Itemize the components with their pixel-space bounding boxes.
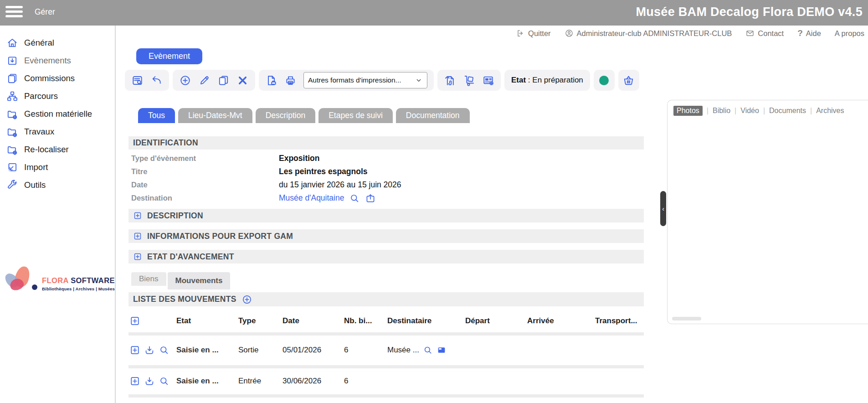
destinataire-search-button[interactable] (423, 345, 433, 355)
expand-plus-icon[interactable] (133, 211, 142, 220)
sidebar-item-label: Import (24, 162, 48, 172)
row-view-button[interactable] (159, 376, 169, 387)
duplicate-button[interactable] (217, 74, 230, 87)
subtab-mouvements[interactable]: Mouvements (168, 272, 231, 289)
sidebar-item-parcours[interactable]: Parcours (0, 87, 115, 105)
pencil-icon (198, 74, 211, 87)
movements-list-title: LISTE DES MOUVEMENTS (133, 294, 236, 304)
media-tab-video[interactable]: Vidéo (740, 107, 759, 115)
report-button[interactable] (482, 74, 494, 87)
basket-button[interactable] (622, 74, 635, 87)
column-header: Transport... (595, 316, 644, 326)
sidebar-item-outils[interactable]: Outils (0, 176, 115, 194)
sidebar-item-relocaliser[interactable]: Re-localiser (0, 140, 115, 158)
row-view-button[interactable] (159, 345, 169, 356)
cell-date: 05/01/2026 (282, 346, 344, 355)
undo-arrow-icon (150, 74, 163, 87)
destination-link[interactable]: Musée d'Aquitaine (279, 193, 344, 203)
menu-gerer[interactable]: Gérer (35, 7, 55, 17)
quit-link[interactable]: Quitter (516, 29, 551, 38)
row-expand-button[interactable] (129, 376, 140, 387)
tab-lieu-dates-mvt[interactable]: Lieu-Dates-Mvt (178, 108, 252, 123)
printer-button[interactable] (284, 74, 297, 87)
row-download-button[interactable] (144, 345, 155, 356)
media-tab-archives[interactable]: Archives (816, 107, 844, 115)
row-separator (128, 332, 644, 336)
expand-plus-icon[interactable] (133, 252, 142, 261)
folder-globe-icon (6, 126, 18, 138)
quit-label: Quitter (528, 29, 551, 38)
cell-etat: Saisie en ... (176, 346, 238, 355)
documents-icon (6, 72, 18, 84)
about-link[interactable]: A propos (835, 29, 864, 38)
expand-plus-icon[interactable] (133, 232, 142, 241)
basket-icon (622, 74, 635, 87)
panel-scrollbar-thumb[interactable] (672, 317, 701, 320)
column-header: Etat (176, 316, 238, 326)
field-value: du 15 janvier 2026 au 15 juin 2026 (279, 180, 401, 190)
description-section-header[interactable]: DESCRIPTION (128, 209, 644, 222)
export-document-button[interactable] (444, 74, 456, 87)
contact-link[interactable]: Contact (745, 29, 784, 38)
event-box-icon (6, 55, 18, 67)
tab-description[interactable]: Description (256, 108, 316, 123)
row-download-button[interactable] (144, 376, 155, 387)
destinataire-window-button[interactable] (437, 345, 447, 355)
panel-collapse-handle[interactable] (660, 191, 666, 226)
movement-button[interactable] (463, 74, 475, 87)
media-tab-biblio[interactable]: Biblio (713, 107, 730, 115)
plus-square-icon (129, 376, 140, 387)
user-account[interactable]: Administrateur-club ADMINISTRATEUR-CLUB (565, 29, 732, 38)
add-movement-button[interactable] (241, 294, 252, 305)
cell-nb-biens: 6 (344, 377, 387, 386)
sidebar: Général Evènements Commissions Parcours … (0, 26, 115, 403)
tab-etapes-de-suivi[interactable]: Etapes de suivi (318, 108, 393, 123)
edit-button[interactable] (198, 74, 211, 87)
sidebar-item-label: Parcours (24, 91, 58, 101)
tab-separator: | (707, 107, 709, 115)
section-title: ETAT D'AVANCEMENT (147, 252, 234, 262)
record-type-tab-evenement[interactable]: Evènement (136, 48, 202, 64)
delete-button[interactable] (236, 74, 249, 87)
download-tray-icon (144, 376, 155, 387)
movement-row: Saisie en ... Entrée 30/06/2026 6 (128, 368, 644, 394)
row-expand-button[interactable] (129, 345, 140, 356)
field-label: Destination (128, 194, 279, 202)
open-window-icon (365, 193, 376, 204)
sidebar-item-label: Evènements (24, 56, 71, 66)
sidebar-item-travaux[interactable]: Travaux (0, 123, 115, 140)
media-tab-documents[interactable]: Documents (769, 107, 806, 115)
print-document-button[interactable] (265, 74, 277, 87)
sidebar-item-general[interactable]: Général (0, 34, 115, 52)
media-tab-photos[interactable]: Photos (673, 106, 703, 116)
hamburger-menu-icon[interactable] (5, 6, 23, 19)
sidebar-item-gestion-materielle[interactable]: Gestion matérielle (0, 105, 115, 123)
sidebar-item-evenements[interactable]: Evènements (0, 52, 115, 69)
import-icon (6, 161, 18, 173)
sidebar-item-commissions[interactable]: Commissions (0, 69, 115, 87)
destination-open-button[interactable] (365, 193, 376, 204)
app-title: Musée BAM Decalog Flora DEMO v4.5 (636, 5, 863, 19)
status-value: : En préparation (526, 76, 583, 84)
export-gam-section-header[interactable]: INFORMATIONS POUR EXPORT GAM (128, 229, 644, 243)
add-button[interactable] (179, 74, 191, 87)
destination-search-button[interactable] (349, 193, 360, 204)
printer-icon (284, 74, 297, 87)
result-list-button[interactable] (131, 74, 144, 87)
flora-petals-icon (5, 266, 37, 293)
sidebar-item-import[interactable]: Import (0, 158, 115, 176)
sidebar-divider (115, 26, 116, 403)
subtab-biens[interactable]: Biens (131, 272, 166, 286)
tab-tous[interactable]: Tous (138, 108, 175, 123)
field-row: Destination Musée d'Aquitaine (128, 191, 644, 205)
help-link[interactable]: ? Aide (797, 28, 821, 38)
section-title: IDENTIFICATION (133, 138, 198, 148)
avancement-section-header[interactable]: ETAT D'AVANCEMENT (128, 250, 644, 264)
toolbar-group-print: Autres formats d'impression... (259, 70, 434, 91)
media-panel: Photos | Biblio | Vidéo | Documents | Ar… (667, 100, 868, 324)
back-button[interactable] (150, 74, 163, 87)
print-format-select[interactable]: Autres formats d'impression... (303, 72, 427, 88)
tab-documentation[interactable]: Documentation (396, 108, 470, 123)
table-add-button[interactable] (129, 315, 140, 326)
status-chip: Etat : En préparation (504, 70, 590, 91)
